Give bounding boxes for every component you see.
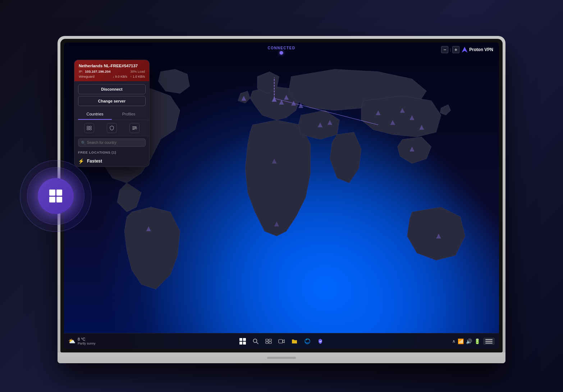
start-button[interactable]: [237, 336, 248, 347]
filter-all-icon[interactable]: [84, 123, 94, 133]
map-zoom-controls: − | +: [441, 46, 459, 53]
weather-text: 8 °C Partly sunny: [78, 337, 96, 346]
svg-rect-33: [269, 339, 271, 341]
vpn-server-name: Netherlands NL-FREE#547137: [79, 64, 145, 68]
taskbar-right: ∧ 📶 🔊 🔋: [452, 338, 495, 345]
vpn-speed: ↓ 9.0 KB/s ↑ 1.0 KB/s: [113, 75, 145, 78]
svg-rect-24: [90, 126, 91, 128]
windows-circle: [20, 160, 92, 232]
tab-countries[interactable]: Countries: [78, 109, 112, 120]
files-button[interactable]: [289, 336, 300, 347]
scene: CONNECTED Proton VPN − | +: [0, 0, 563, 392]
svg-rect-28: [132, 129, 135, 130]
disconnect-button[interactable]: Disconnect: [78, 84, 146, 94]
windows-icon: [239, 338, 246, 345]
laptop-notch: [267, 357, 296, 359]
taskbar-menu-button[interactable]: [483, 338, 495, 345]
laptop-screen: CONNECTED Proton VPN − | +: [64, 42, 499, 349]
proton-logo-icon: [462, 47, 467, 53]
weather-icon: ⛅: [68, 338, 75, 345]
vpn-panel: Netherlands NL-FREE#547137 IP: 103.107.1…: [74, 60, 150, 167]
vpn-action-buttons: Disconnect Change server: [74, 81, 149, 109]
svg-rect-36: [279, 339, 283, 343]
svg-rect-27: [132, 128, 136, 129]
vpn-protocol-row: Wireguard ↓ 9.0 KB/s ↑ 1.0 KB/s: [79, 74, 145, 78]
vpn-ip-row: IP: 103.107.196.204 30% Load: [79, 69, 145, 73]
vpn-tabs: Countries Profiles: [74, 109, 149, 120]
edge-button[interactable]: [302, 336, 313, 347]
connected-dot: [280, 51, 283, 55]
wifi-icon: 📶: [458, 338, 464, 344]
win-circle-inner: [38, 178, 74, 214]
vpn-filter-icons: [74, 120, 149, 136]
proton-brand: Proton VPN: [462, 47, 493, 53]
zoom-separator: |: [450, 48, 451, 52]
svg-rect-35: [269, 342, 271, 343]
tab-profiles[interactable]: Profiles: [112, 109, 146, 120]
zoom-out-button[interactable]: −: [441, 46, 448, 53]
camera-button[interactable]: [276, 336, 287, 347]
connected-label: CONNECTED: [268, 46, 296, 55]
change-server-button[interactable]: Change server: [78, 96, 146, 106]
search-icon: 🔍: [81, 140, 86, 145]
proton-brand-name: Proton VPN: [469, 47, 493, 52]
vpn-protocol: Wireguard: [79, 74, 95, 78]
vpn-connection-info: Netherlands NL-FREE#547137 IP: 103.107.1…: [74, 60, 149, 81]
volume-icon: 🔊: [466, 338, 472, 344]
vpn-ip-label: IP: 103.107.196.204: [79, 69, 111, 73]
weather-temp: 8 °C: [78, 337, 96, 342]
weather-desc: Partly sunny: [78, 342, 96, 346]
svg-rect-34: [266, 342, 268, 343]
svg-rect-25: [90, 128, 91, 130]
protonvpn-taskbar-button[interactable]: [315, 336, 326, 347]
laptop-shell: CONNECTED Proton VPN − | +: [58, 36, 505, 363]
laptop-bezel: CONNECTED Proton VPN − | +: [60, 39, 503, 352]
laptop-base: [58, 352, 505, 363]
zoom-in-button[interactable]: +: [452, 46, 459, 53]
taskbar-center: [237, 336, 326, 347]
task-view-button[interactable]: [263, 336, 274, 347]
vpn-search-wrap: 🔍: [78, 138, 146, 147]
svg-rect-22: [87, 126, 89, 128]
battery-icon: 🔋: [474, 338, 480, 344]
filter-list-icon[interactable]: [129, 123, 139, 133]
vpn-ip-value: 103.107.196.204: [85, 69, 110, 73]
vpn-upload-speed: ↑ 1.0 KB/s: [130, 75, 145, 78]
windows-logo: [49, 190, 62, 202]
vpn-download-speed: ↓ 9.0 KB/s: [113, 75, 127, 78]
search-taskbar-button[interactable]: [250, 336, 261, 347]
search-input[interactable]: [78, 138, 146, 147]
taskbar: ⛅ 8 °C Partly sunny: [64, 333, 499, 349]
tray-expand-icon[interactable]: ∧: [452, 339, 456, 344]
svg-rect-23: [87, 128, 89, 130]
system-tray: ∧ 📶 🔊 🔋: [452, 338, 480, 344]
taskbar-left: ⛅ 8 °C Partly sunny: [68, 337, 96, 346]
vpn-load: 30% Load: [130, 70, 145, 73]
svg-line-31: [256, 342, 258, 344]
svg-rect-32: [266, 339, 268, 341]
free-locations-label: Free locations (1): [74, 149, 149, 156]
filter-shield-icon[interactable]: [107, 123, 117, 133]
connected-text: CONNECTED: [268, 46, 296, 50]
svg-point-29: [135, 128, 137, 129]
weather-widget: ⛅ 8 °C Partly sunny: [68, 337, 96, 346]
svg-rect-26: [132, 127, 137, 127]
